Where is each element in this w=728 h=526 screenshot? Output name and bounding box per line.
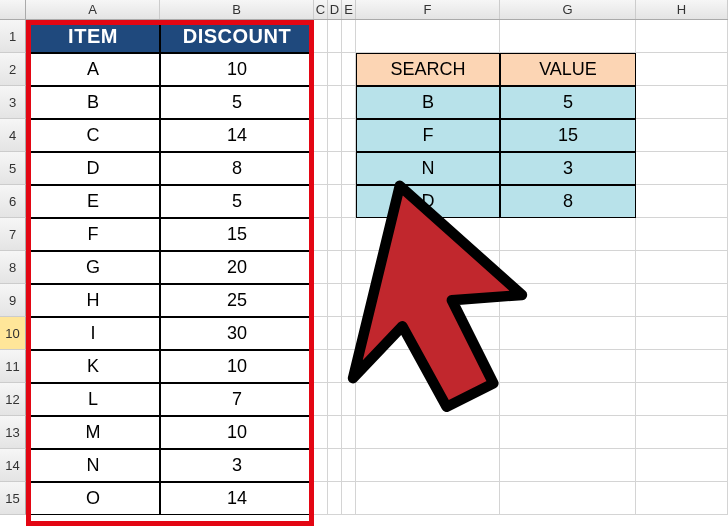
cell[interactable]: [314, 152, 328, 185]
cell[interactable]: 15: [160, 218, 314, 251]
cell[interactable]: [342, 383, 356, 416]
cell[interactable]: [500, 383, 636, 416]
row-header[interactable]: 6: [0, 185, 26, 218]
cell[interactable]: B: [356, 86, 500, 119]
cell[interactable]: L: [26, 383, 160, 416]
cell[interactable]: 14: [160, 119, 314, 152]
cell[interactable]: [636, 383, 728, 416]
col-header-e[interactable]: E: [342, 0, 356, 19]
cell[interactable]: [342, 152, 356, 185]
cell[interactable]: [342, 20, 356, 53]
row-header[interactable]: 9: [0, 284, 26, 317]
row-header[interactable]: 12: [0, 383, 26, 416]
cell[interactable]: [328, 251, 342, 284]
cell[interactable]: [636, 482, 728, 515]
cell[interactable]: 10: [160, 416, 314, 449]
cell[interactable]: [314, 284, 328, 317]
cell[interactable]: [328, 482, 342, 515]
col-header-d[interactable]: D: [328, 0, 342, 19]
cell[interactable]: [636, 284, 728, 317]
cell[interactable]: [314, 185, 328, 218]
cell[interactable]: [342, 53, 356, 86]
row-header[interactable]: 13: [0, 416, 26, 449]
row-header[interactable]: 5: [0, 152, 26, 185]
row-header[interactable]: 3: [0, 86, 26, 119]
cell[interactable]: [500, 218, 636, 251]
row-header[interactable]: 8: [0, 251, 26, 284]
cell[interactable]: [314, 317, 328, 350]
cell[interactable]: H: [26, 284, 160, 317]
cell[interactable]: [636, 20, 728, 53]
spreadsheet-grid[interactable]: A B C D E F G H 1ITEMDISCOUNT2A10SEARCHV…: [0, 0, 728, 526]
col-header-h[interactable]: H: [636, 0, 728, 19]
cell[interactable]: M: [26, 416, 160, 449]
cell[interactable]: 5: [160, 86, 314, 119]
cell[interactable]: [342, 251, 356, 284]
cell[interactable]: [356, 317, 500, 350]
cell[interactable]: [500, 251, 636, 284]
cell[interactable]: [500, 317, 636, 350]
cell[interactable]: [356, 449, 500, 482]
cell[interactable]: [356, 482, 500, 515]
cell[interactable]: [328, 53, 342, 86]
cell[interactable]: [356, 350, 500, 383]
cell[interactable]: [356, 416, 500, 449]
cell[interactable]: [314, 449, 328, 482]
cell[interactable]: 10: [160, 350, 314, 383]
cell[interactable]: [342, 449, 356, 482]
cell[interactable]: [500, 350, 636, 383]
select-all-corner[interactable]: [0, 0, 26, 19]
cell[interactable]: K: [26, 350, 160, 383]
cell[interactable]: [356, 251, 500, 284]
cell[interactable]: [314, 383, 328, 416]
cell[interactable]: [636, 416, 728, 449]
row-header[interactable]: 14: [0, 449, 26, 482]
cell[interactable]: [636, 218, 728, 251]
cell[interactable]: B: [26, 86, 160, 119]
row-header[interactable]: 10: [0, 317, 26, 350]
cell[interactable]: [328, 350, 342, 383]
cell[interactable]: [328, 284, 342, 317]
cell[interactable]: [342, 416, 356, 449]
cell[interactable]: D: [26, 152, 160, 185]
cell[interactable]: [356, 20, 500, 53]
cell[interactable]: [342, 284, 356, 317]
header-discount[interactable]: DISCOUNT: [160, 20, 314, 53]
cell[interactable]: [328, 317, 342, 350]
cell[interactable]: N: [356, 152, 500, 185]
row-header[interactable]: 11: [0, 350, 26, 383]
cell[interactable]: F: [356, 119, 500, 152]
cell[interactable]: [342, 86, 356, 119]
cell[interactable]: [636, 350, 728, 383]
col-header-f[interactable]: F: [356, 0, 500, 19]
cell[interactable]: [314, 416, 328, 449]
header-search[interactable]: SEARCH: [356, 53, 500, 86]
cell[interactable]: [500, 284, 636, 317]
cell[interactable]: [314, 350, 328, 383]
cell[interactable]: [342, 317, 356, 350]
cell[interactable]: [356, 284, 500, 317]
cell[interactable]: [342, 350, 356, 383]
header-item[interactable]: ITEM: [26, 20, 160, 53]
row-header[interactable]: 4: [0, 119, 26, 152]
cell[interactable]: 5: [500, 86, 636, 119]
cell[interactable]: 15: [500, 119, 636, 152]
cell[interactable]: [636, 449, 728, 482]
cell[interactable]: [500, 449, 636, 482]
cell[interactable]: 14: [160, 482, 314, 515]
cell[interactable]: 3: [160, 449, 314, 482]
cell[interactable]: [328, 383, 342, 416]
cell[interactable]: 10: [160, 53, 314, 86]
header-value[interactable]: VALUE: [500, 53, 636, 86]
row-header[interactable]: 15: [0, 482, 26, 515]
cell[interactable]: [356, 218, 500, 251]
cell[interactable]: C: [26, 119, 160, 152]
cell[interactable]: 30: [160, 317, 314, 350]
cell[interactable]: 8: [160, 152, 314, 185]
cell[interactable]: [636, 185, 728, 218]
cell[interactable]: 7: [160, 383, 314, 416]
cell[interactable]: [328, 86, 342, 119]
cell[interactable]: [328, 152, 342, 185]
cell[interactable]: [314, 251, 328, 284]
cell[interactable]: [636, 317, 728, 350]
